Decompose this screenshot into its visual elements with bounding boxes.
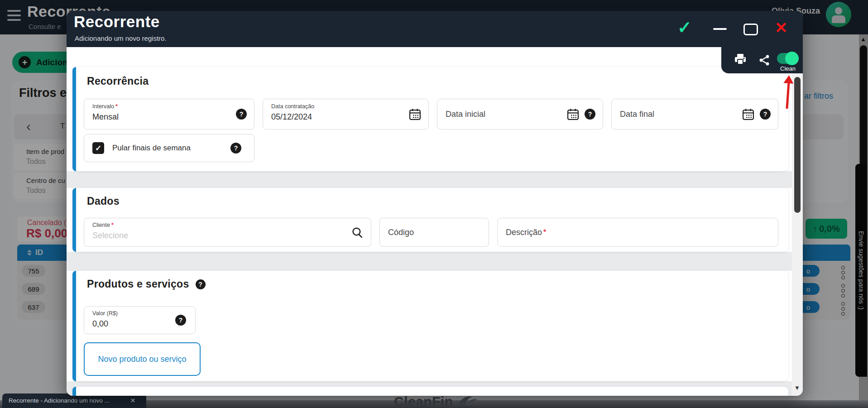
novo-produto-button[interactable]: Novo produto ou serviço [84,342,201,376]
modal-title: Recorrente [74,13,160,31]
section-title-produtos: Produtos e serviços [87,278,189,290]
cliente-placeholder: Selecione [92,231,128,240]
descricao-field[interactable]: Descrição * [497,218,778,247]
recorrente-modal: Recorrente Adicionando um novo registro.… [67,11,803,396]
section-recorrencia: Recorrência Intervalo* Mensal ? Data con… [72,67,788,171]
footer-logo-text: CleanFin [394,394,453,408]
pular-fds-checkbox-row: ✓ Pular finais de semana ? [84,134,254,162]
required-asterisk: * [111,222,114,228]
help-icon[interactable]: ? [196,279,206,289]
share-icon[interactable] [758,54,770,66]
valor-field[interactable]: Valor (R$) 0,00 ? [84,306,196,334]
app-root: Recorrente Consulte e Olivia Souza Admin… [0,0,868,408]
section-accent-bar [72,271,76,381]
section-produtos: Produtos e serviços ? Valor (R$) 0,00 ? … [72,271,788,381]
clean-mode-toggle[interactable] [777,51,799,66]
print-icon[interactable] [734,53,747,66]
taskbar-item-title: Recorrente - Adicionando um novo ... [9,397,110,404]
cliente-field[interactable]: Cliente* Selecione [84,218,371,247]
clean-toggle-label: Clean [776,65,800,72]
modal-header: Recorrente Adicionando um novo registro.… [67,11,803,47]
close-button[interactable]: ✕ [775,20,788,35]
taskbar-item-close-icon[interactable]: ✕ [130,397,135,404]
section-title-dados: Dados [87,195,120,207]
intervalo-field[interactable]: Intervalo* Mensal ? [84,99,254,130]
footer-logo-icon [457,394,479,407]
required-asterisk: * [543,228,546,236]
calendar-icon[interactable] [742,108,754,120]
help-icon[interactable]: ? [230,143,241,154]
search-icon[interactable] [351,226,364,239]
confirm-button[interactable]: ✓ [677,19,692,36]
data-inicial-field[interactable]: Data inicial ? [437,99,603,130]
modal-scroll-down-icon[interactable]: ▼ [794,385,800,391]
calendar-icon[interactable] [567,108,579,120]
modal-subtitle: Adicionando um novo registro. [75,34,167,42]
data-contratacao-field[interactable]: Data contratação 05/12/2024 [263,99,429,130]
help-icon[interactable]: ? [175,315,186,326]
maximize-button[interactable] [743,24,758,35]
minimize-button[interactable] [713,28,727,30]
section-next-sliver [72,387,788,396]
footer-logo: CleanFin [394,394,479,408]
help-icon[interactable]: ? [236,109,247,120]
section-accent-bar [72,188,76,252]
data-final-field[interactable]: Data final ? [611,99,778,130]
checkbox-checked[interactable]: ✓ [92,142,104,154]
codigo-field[interactable]: Código [379,218,489,247]
section-dados: Dados Cliente* Selecione Código Descriçã… [72,188,788,252]
section-accent-bar [72,67,76,171]
calendar-icon[interactable] [409,108,421,120]
section-title-recorrencia: Recorrência [87,75,149,87]
help-icon[interactable]: ? [585,109,595,120]
modal-toolbar: Clean [721,47,803,73]
help-icon[interactable]: ? [760,109,771,120]
modal-scrollbar-thumb[interactable] [794,77,801,213]
required-asterisk: * [115,103,118,110]
